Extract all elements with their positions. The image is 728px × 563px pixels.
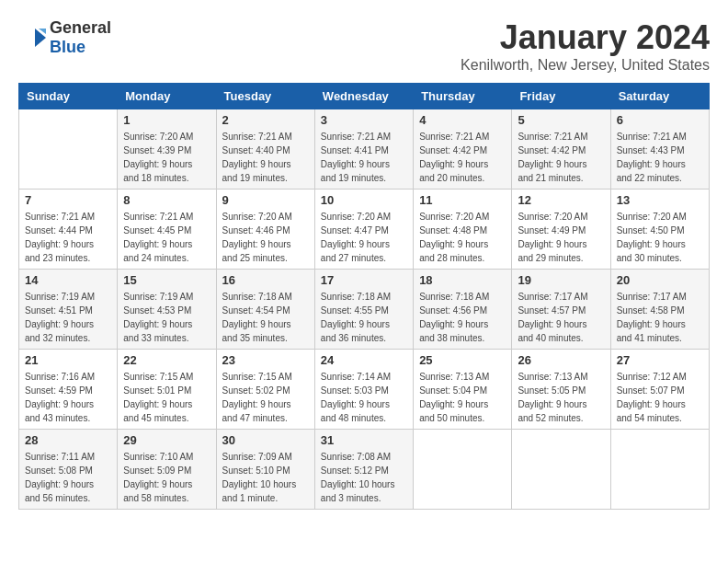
day-info: Sunrise: 7:13 AMSunset: 5:04 PMDaylight:… <box>419 370 506 425</box>
day-number: 8 <box>123 193 210 207</box>
day-info: Sunrise: 7:21 AMSunset: 4:45 PMDaylight:… <box>123 210 210 265</box>
day-number: 19 <box>518 273 604 287</box>
day-info: Sunrise: 7:17 AMSunset: 4:57 PMDaylight:… <box>518 290 604 345</box>
day-cell: 5Sunrise: 7:21 AMSunset: 4:42 PMDaylight… <box>512 109 610 190</box>
day-info: Sunrise: 7:21 AMSunset: 4:43 PMDaylight:… <box>617 130 703 185</box>
weekday-header-monday: Monday <box>118 84 216 109</box>
weekday-header-thursday: Thursday <box>414 84 512 109</box>
day-cell: 6Sunrise: 7:21 AMSunset: 4:43 PMDaylight… <box>610 109 709 190</box>
day-cell: 27Sunrise: 7:12 AMSunset: 5:07 PMDayligh… <box>610 350 709 430</box>
day-info: Sunrise: 7:17 AMSunset: 4:58 PMDaylight:… <box>617 290 703 345</box>
day-number: 24 <box>321 353 407 367</box>
day-cell: 17Sunrise: 7:18 AMSunset: 4:55 PMDayligh… <box>314 270 413 350</box>
title-section: January 2024 Kenilworth, New Jersey, Uni… <box>461 18 710 74</box>
day-number: 4 <box>419 113 506 127</box>
day-number: 13 <box>617 193 703 207</box>
day-cell: 25Sunrise: 7:13 AMSunset: 5:04 PMDayligh… <box>414 350 512 430</box>
day-cell: 3Sunrise: 7:21 AMSunset: 4:41 PMDaylight… <box>314 109 413 190</box>
day-cell: 21Sunrise: 7:16 AMSunset: 4:59 PMDayligh… <box>19 350 118 430</box>
week-row-1: 1Sunrise: 7:20 AMSunset: 4:39 PMDaylight… <box>19 109 710 190</box>
day-cell: 23Sunrise: 7:15 AMSunset: 5:02 PMDayligh… <box>216 350 314 430</box>
day-number: 9 <box>222 193 309 207</box>
day-info: Sunrise: 7:10 AMSunset: 5:09 PMDaylight:… <box>123 450 210 505</box>
day-cell <box>19 109 118 190</box>
day-cell: 8Sunrise: 7:21 AMSunset: 4:45 PMDaylight… <box>118 190 216 270</box>
day-cell: 10Sunrise: 7:20 AMSunset: 4:47 PMDayligh… <box>314 190 413 270</box>
day-number: 10 <box>321 193 407 207</box>
day-cell <box>610 430 709 510</box>
location-title: Kenilworth, New Jersey, United States <box>461 57 710 74</box>
weekday-header-friday: Friday <box>512 84 610 109</box>
day-number: 3 <box>321 113 407 127</box>
weekday-header-row: SundayMondayTuesdayWednesdayThursdayFrid… <box>19 84 710 109</box>
day-cell: 19Sunrise: 7:17 AMSunset: 4:57 PMDayligh… <box>512 270 610 350</box>
day-info: Sunrise: 7:20 AMSunset: 4:50 PMDaylight:… <box>617 210 703 265</box>
day-cell: 18Sunrise: 7:18 AMSunset: 4:56 PMDayligh… <box>414 270 512 350</box>
day-info: Sunrise: 7:14 AMSunset: 5:03 PMDaylight:… <box>321 370 407 425</box>
day-info: Sunrise: 7:20 AMSunset: 4:47 PMDaylight:… <box>321 210 407 265</box>
day-info: Sunrise: 7:21 AMSunset: 4:44 PMDaylight:… <box>25 210 111 265</box>
day-cell: 20Sunrise: 7:17 AMSunset: 4:58 PMDayligh… <box>610 270 709 350</box>
day-info: Sunrise: 7:20 AMSunset: 4:46 PMDaylight:… <box>222 210 309 265</box>
day-number: 30 <box>222 433 309 447</box>
week-row-4: 21Sunrise: 7:16 AMSunset: 4:59 PMDayligh… <box>19 350 710 430</box>
day-cell: 28Sunrise: 7:11 AMSunset: 5:08 PMDayligh… <box>19 430 118 510</box>
day-info: Sunrise: 7:16 AMSunset: 4:59 PMDaylight:… <box>25 370 111 425</box>
day-cell: 11Sunrise: 7:20 AMSunset: 4:48 PMDayligh… <box>414 190 512 270</box>
day-info: Sunrise: 7:20 AMSunset: 4:39 PMDaylight:… <box>123 130 210 185</box>
day-number: 15 <box>123 273 210 287</box>
day-info: Sunrise: 7:19 AMSunset: 4:51 PMDaylight:… <box>25 290 111 345</box>
day-cell: 22Sunrise: 7:15 AMSunset: 5:01 PMDayligh… <box>118 350 216 430</box>
day-cell: 1Sunrise: 7:20 AMSunset: 4:39 PMDaylight… <box>118 109 216 190</box>
day-number: 17 <box>321 273 407 287</box>
day-number: 23 <box>222 353 309 367</box>
day-info: Sunrise: 7:20 AMSunset: 4:49 PMDaylight:… <box>518 210 604 265</box>
day-number: 26 <box>518 353 604 367</box>
day-info: Sunrise: 7:13 AMSunset: 5:05 PMDaylight:… <box>518 370 604 425</box>
day-info: Sunrise: 7:21 AMSunset: 4:42 PMDaylight:… <box>518 130 604 185</box>
day-info: Sunrise: 7:15 AMSunset: 5:01 PMDaylight:… <box>123 370 210 425</box>
day-number: 21 <box>25 353 111 367</box>
day-info: Sunrise: 7:18 AMSunset: 4:54 PMDaylight:… <box>222 290 309 345</box>
day-info: Sunrise: 7:20 AMSunset: 4:48 PMDaylight:… <box>419 210 506 265</box>
day-info: Sunrise: 7:18 AMSunset: 4:56 PMDaylight:… <box>419 290 506 345</box>
day-number: 16 <box>222 273 309 287</box>
day-cell: 7Sunrise: 7:21 AMSunset: 4:44 PMDaylight… <box>19 190 118 270</box>
day-number: 6 <box>617 113 703 127</box>
day-cell: 29Sunrise: 7:10 AMSunset: 5:09 PMDayligh… <box>118 430 216 510</box>
logo-icon <box>18 27 46 49</box>
day-number: 20 <box>617 273 703 287</box>
day-number: 7 <box>25 193 111 207</box>
day-info: Sunrise: 7:11 AMSunset: 5:08 PMDaylight:… <box>25 450 111 505</box>
day-info: Sunrise: 7:19 AMSunset: 4:53 PMDaylight:… <box>123 290 210 345</box>
logo: General Blue <box>18 18 111 57</box>
day-cell <box>414 430 512 510</box>
day-number: 28 <box>25 433 111 447</box>
day-number: 1 <box>123 113 210 127</box>
day-cell: 13Sunrise: 7:20 AMSunset: 4:50 PMDayligh… <box>610 190 709 270</box>
week-row-3: 14Sunrise: 7:19 AMSunset: 4:51 PMDayligh… <box>19 270 710 350</box>
day-info: Sunrise: 7:12 AMSunset: 5:07 PMDaylight:… <box>617 370 703 425</box>
day-cell: 24Sunrise: 7:14 AMSunset: 5:03 PMDayligh… <box>314 350 413 430</box>
logo-general-text: General <box>50 18 111 37</box>
day-info: Sunrise: 7:21 AMSunset: 4:42 PMDaylight:… <box>419 130 506 185</box>
day-cell: 14Sunrise: 7:19 AMSunset: 4:51 PMDayligh… <box>19 270 118 350</box>
day-number: 14 <box>25 273 111 287</box>
day-info: Sunrise: 7:09 AMSunset: 5:10 PMDaylight:… <box>222 450 309 505</box>
day-cell: 15Sunrise: 7:19 AMSunset: 4:53 PMDayligh… <box>118 270 216 350</box>
day-info: Sunrise: 7:21 AMSunset: 4:41 PMDaylight:… <box>321 130 407 185</box>
day-cell: 9Sunrise: 7:20 AMSunset: 4:46 PMDaylight… <box>216 190 314 270</box>
logo-blue-text: Blue <box>50 38 85 56</box>
day-cell: 12Sunrise: 7:20 AMSunset: 4:49 PMDayligh… <box>512 190 610 270</box>
day-info: Sunrise: 7:15 AMSunset: 5:02 PMDaylight:… <box>222 370 309 425</box>
day-number: 5 <box>518 113 604 127</box>
header: General Blue January 2024 Kenilworth, Ne… <box>18 18 710 74</box>
week-row-2: 7Sunrise: 7:21 AMSunset: 4:44 PMDaylight… <box>19 190 710 270</box>
day-number: 29 <box>123 433 210 447</box>
day-cell: 4Sunrise: 7:21 AMSunset: 4:42 PMDaylight… <box>414 109 512 190</box>
day-cell <box>512 430 610 510</box>
week-row-5: 28Sunrise: 7:11 AMSunset: 5:08 PMDayligh… <box>19 430 710 510</box>
day-number: 22 <box>123 353 210 367</box>
weekday-header-wednesday: Wednesday <box>314 84 413 109</box>
month-title: January 2024 <box>461 18 710 57</box>
